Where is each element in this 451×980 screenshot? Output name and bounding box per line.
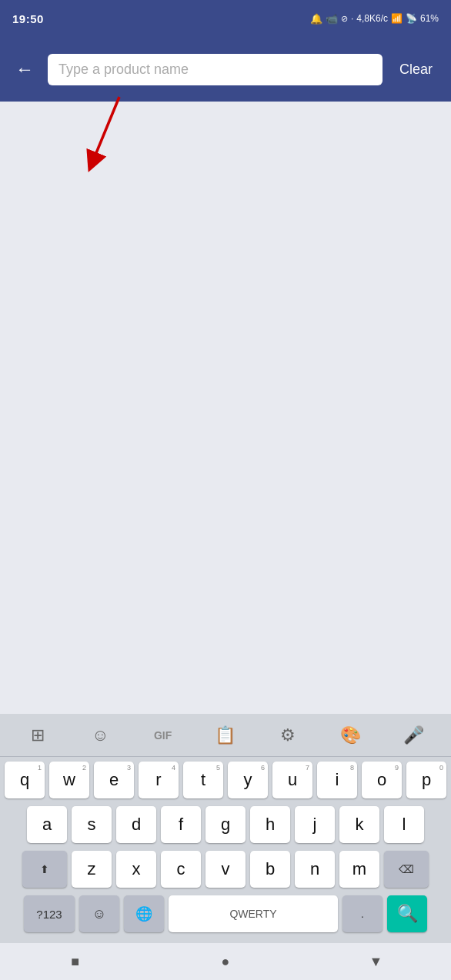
- keyboard-row-3: ⬆ z x c v b n m ⌫: [3, 851, 448, 888]
- key-g[interactable]: g: [205, 806, 246, 843]
- settings-icon[interactable]: ⚙: [271, 718, 305, 752]
- nav-home-button[interactable]: ●: [209, 945, 242, 978]
- sticker-icon[interactable]: ☺: [83, 718, 117, 752]
- key-x[interactable]: x: [116, 851, 156, 888]
- palette-icon[interactable]: 🎨: [334, 718, 368, 752]
- main-content: [0, 102, 451, 571]
- nav-back-button[interactable]: ▼: [359, 945, 393, 978]
- key-l[interactable]: l: [384, 806, 424, 843]
- key-y[interactable]: y6: [228, 762, 268, 798]
- gif-button[interactable]: GIF: [146, 718, 180, 752]
- block-icon: ⊘: [341, 14, 348, 24]
- nav-bar: ■ ● ▼: [0, 943, 451, 980]
- key-h[interactable]: h: [250, 806, 290, 843]
- key-p[interactable]: p0: [406, 762, 446, 798]
- key-q[interactable]: q1: [5, 762, 45, 798]
- battery: 61%: [420, 13, 439, 24]
- clipboard-icon[interactable]: 📋: [209, 718, 242, 752]
- status-right: 🔔 📹 ⊘ · 4,8K6/c 📶 📡 61%: [310, 13, 439, 25]
- nav-square-button[interactable]: ■: [58, 945, 92, 978]
- grid-icon[interactable]: ⊞: [21, 718, 55, 752]
- keyboard-row-4: ?123 ☺ 🌐 QWERTY . 🔍: [3, 895, 448, 932]
- search-input[interactable]: [58, 62, 372, 78]
- key-m[interactable]: m: [339, 851, 379, 888]
- dot-icon: ·: [351, 13, 353, 24]
- key-i[interactable]: i8: [317, 762, 357, 798]
- key-j[interactable]: j: [295, 806, 335, 843]
- key-r[interactable]: r4: [139, 762, 179, 798]
- notification-icon: 🔔: [310, 13, 322, 25]
- key-e[interactable]: e3: [94, 762, 134, 798]
- status-time: 19:50: [12, 12, 44, 25]
- header: ← Clear: [0, 37, 451, 102]
- shift-key[interactable]: ⬆: [22, 851, 67, 888]
- num-key[interactable]: ?123: [24, 895, 75, 932]
- key-a[interactable]: a: [27, 806, 67, 843]
- emoji-key[interactable]: ☺: [79, 895, 119, 932]
- keyboard-row-2: a s d f g h j k l: [3, 806, 448, 843]
- period-key[interactable]: .: [342, 895, 383, 932]
- key-s[interactable]: s: [72, 806, 112, 843]
- search-key[interactable]: 🔍: [387, 895, 427, 932]
- signal-icon: 📶: [391, 13, 403, 24]
- key-b[interactable]: b: [250, 851, 290, 888]
- keyboard: q1 w2 e3 r4 t5 y6 u7 i8 o9 p0 a s d f g …: [0, 757, 451, 943]
- space-key[interactable]: QWERTY: [169, 895, 338, 932]
- wifi-icon: 📡: [406, 13, 417, 24]
- data-speed: 4,8K6/c: [356, 13, 388, 24]
- keyboard-row-1: q1 w2 e3 r4 t5 y6 u7 i8 o9 p0: [3, 762, 448, 798]
- keyboard-toolbar: ⊞ ☺ GIF 📋 ⚙ 🎨 🎤: [0, 714, 451, 757]
- key-w[interactable]: w2: [49, 762, 89, 798]
- key-c[interactable]: c: [161, 851, 201, 888]
- key-v[interactable]: v: [205, 851, 246, 888]
- back-button[interactable]: ←: [9, 52, 40, 86]
- key-t[interactable]: t5: [183, 762, 223, 798]
- clear-button[interactable]: Clear: [390, 55, 442, 84]
- key-d[interactable]: d: [116, 806, 156, 843]
- keyboard-area: ⊞ ☺ GIF 📋 ⚙ 🎨 🎤 q1 w2 e3 r4 t5 y6 u7 i8 …: [0, 714, 451, 943]
- backspace-key[interactable]: ⌫: [384, 851, 429, 888]
- status-bar: 19:50 🔔 📹 ⊘ · 4,8K6/c 📶 📡 61%: [0, 0, 451, 37]
- key-o[interactable]: o9: [362, 762, 402, 798]
- key-u[interactable]: u7: [272, 762, 312, 798]
- key-n[interactable]: n: [295, 851, 335, 888]
- key-f[interactable]: f: [161, 806, 201, 843]
- key-z[interactable]: z: [72, 851, 112, 888]
- video-icon: 📹: [326, 13, 338, 25]
- key-k[interactable]: k: [339, 806, 379, 843]
- mic-icon[interactable]: 🎤: [396, 718, 430, 752]
- globe-key[interactable]: 🌐: [124, 895, 164, 932]
- search-input-wrapper[interactable]: [48, 54, 383, 85]
